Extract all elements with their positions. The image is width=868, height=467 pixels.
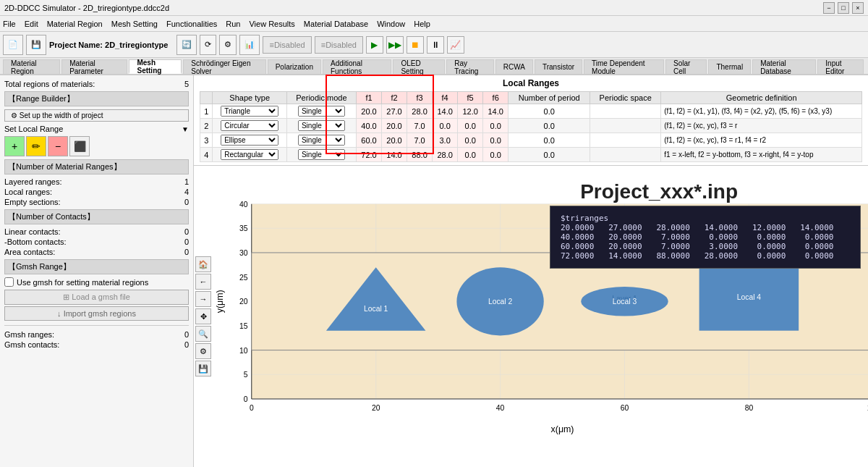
gmsh-header: 【Gmsh Range】 [4,259,189,274]
menu-item-window[interactable]: Window [377,20,405,28]
tab-polarization[interactable]: Polarization [268,59,321,74]
tab-material-region[interactable]: Material Region [3,59,60,74]
tab-transistor[interactable]: Transistor [535,59,582,74]
icon-btn-2[interactable]: ⟳ [200,35,216,55]
table-row: 1TriangleSingle20.027.028.014.012.014.00… [200,104,862,119]
use-gmsh-checkbox[interactable] [4,277,14,287]
shape-select-1[interactable]: Circular [221,120,278,131]
nav-zoom[interactable]: 🔍 [195,326,211,342]
icon-btn-4[interactable]: 📊 [239,35,260,55]
nav-save[interactable]: 💾 [195,361,211,376]
layered-ranges-row: Layered ranges: 1 [4,177,189,186]
nav-settings[interactable]: ⚙ [195,343,211,359]
nav-home[interactable]: 🏠 [195,256,211,272]
menu-item-material-region[interactable]: Material Region [47,20,103,28]
nav-pan[interactable]: ✥ [195,308,211,324]
new-button[interactable]: 📄 [3,35,23,55]
table-row: 3EllipseSingle60.020.07.03.00.00.00.0(f1… [200,133,862,148]
minimize-button[interactable]: − [823,2,835,14]
tab-schrödinger-eigen-solver[interactable]: Schrödinger Eigen Solver [183,59,265,74]
save-icon: 💾 [31,40,41,49]
empty-sections-label: Empty sections: [4,198,61,206]
shape-select-2[interactable]: Ellipse [221,135,278,146]
shape-select-0[interactable]: Triangle [221,106,278,117]
import-gmsh-button[interactable]: ↓ Import gmsh regions [4,306,189,321]
set-local-row: Set Local Range ▼ [4,125,189,133]
svg-text:20: 20 [372,404,380,412]
delete-range-button[interactable]: − [48,136,68,156]
divider-1 [4,325,189,326]
setup-width-button[interactable]: ⚙ Set up the width of project [4,109,189,122]
stop-button[interactable]: ⏹ [407,36,424,54]
window-title: 2D-DDCC Simulator - 2D_triregiontype.ddc… [4,4,169,12]
range-icon-buttons: + ✏ − ⬛ [4,136,189,156]
local-ranges-value: 4 [184,188,189,196]
gmsh-contacts-label: Gmsh contacts: [4,340,59,349]
nav-forward[interactable]: → [195,291,211,307]
tab-input-editor[interactable]: Input Editor [817,59,864,74]
edit-range-button[interactable]: ✏ [26,136,46,156]
svg-text:60: 60 [621,404,629,412]
menu-item-functionalities[interactable]: Functionalities [166,20,217,28]
gmsh-ranges-row: Gmsh ranges: 0 [4,330,189,339]
add-range-button[interactable]: + [4,136,25,156]
periodic-select-3[interactable]: Single [298,149,345,160]
shape-select-3[interactable]: Rectangular [221,149,278,160]
gmsh-contacts-value: 0 [184,340,189,349]
menu-item-run[interactable]: Run [226,20,240,28]
bottom-contacts-row: -Bottom contacts: 0 [4,237,189,246]
tab-ray-tracing[interactable]: Ray Tracing [446,59,494,74]
new-icon: 📄 [8,40,18,49]
svg-text:Local 4: Local 4 [737,293,762,301]
tab-time-dependent-module[interactable]: Time Dependent Module [584,59,664,74]
area-contacts-label: Area contacts: [4,248,55,256]
svg-text:0: 0 [244,395,248,403]
load-gmsh-button[interactable]: ⊞ Load a gmsh file [4,290,189,305]
tab-oled-setting[interactable]: OLED Setting [393,59,445,74]
set-local-dropdown-arrow[interactable]: ▼ [182,125,189,133]
maximize-button[interactable]: □ [838,2,849,14]
gmsh-contacts-row: Gmsh contacts: 0 [4,340,189,349]
tab-rcwa[interactable]: RCWA [495,59,533,74]
nav-back[interactable]: ← [195,274,211,290]
icon-btn-1[interactable]: 🔄 [176,35,197,55]
periodic-select-0[interactable]: Single [298,106,345,117]
col-periodic: Periodic mode [286,92,356,104]
tab-solar-cell[interactable]: Solar Cell [665,59,707,74]
periodic-select-1[interactable]: Single [298,120,345,131]
menu-item-help[interactable]: Help [414,20,430,28]
tab-mesh-setting[interactable]: Mesh Setting [129,59,182,74]
gmsh-ranges-value: 0 [184,330,189,339]
tab-thermal[interactable]: Thermal [708,59,751,74]
pause-button[interactable]: ⏸ [427,36,444,54]
tab-material-database[interactable]: Material Database [752,59,816,74]
tab-additional-functions[interactable]: Additional Functions [323,59,391,74]
play-button-1[interactable]: ▶ [366,36,383,54]
menu-item-mesh-setting[interactable]: Mesh Setting [111,20,158,28]
icon-btn-3[interactable]: ⚙ [219,35,237,55]
menu-item-edit[interactable]: Edit [25,20,38,28]
save-button[interactable]: 💾 [26,35,46,55]
layered-ranges-value: 1 [184,177,189,186]
menu-item-material-database[interactable]: Material Database [304,20,368,28]
col-num-period: Number of period [509,92,590,104]
tab-material-parameter[interactable]: Material Parameter [61,59,127,74]
use-gmsh-row: Use gmsh for setting material regions [4,277,189,287]
num-contacts-header: 【Number of Contacts】 [4,209,189,224]
svg-text:80: 80 [745,404,754,412]
disabled-btn-1: ≡ Disabled [263,36,311,54]
svg-text:Local 3: Local 3 [613,298,637,306]
svg-text:0: 0 [250,404,254,412]
periodic-select-2[interactable]: Single [298,135,345,146]
disabled-btn-2: ≡ Disabled [315,36,363,54]
chart-button[interactable]: 📈 [447,36,464,54]
col-geo-def: Geometric definition [661,92,862,104]
close-button[interactable]: × [852,2,864,14]
menu-item-file[interactable]: File [3,20,16,28]
play-button-2[interactable]: ▶▶ [386,36,404,54]
chart-navigation: 🏠 ← → ✥ 🔍 ⚙ 💾 [194,255,213,378]
left-panel: Total regions of materials: 5 【Range Bui… [0,75,194,467]
menu-item-view-results[interactable]: View Results [249,20,294,28]
copy-range-button[interactable]: ⬛ [69,136,90,156]
menubar: FileEditMaterial RegionMesh SettingFunct… [0,16,868,32]
